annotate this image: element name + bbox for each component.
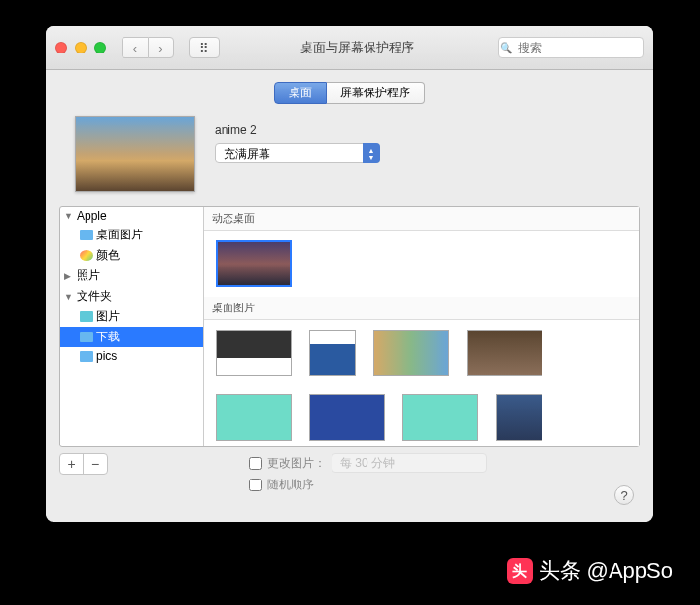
wallpaper-thumb[interactable] [496, 394, 542, 441]
watermark: 头 头条 @AppSo [508, 556, 673, 586]
wallpaper-thumb[interactable] [309, 330, 356, 376]
wallpaper-thumb[interactable] [216, 240, 292, 287]
search-icon: 🔍 [495, 42, 513, 54]
show-all-button[interactable]: ⠿ [189, 37, 220, 58]
window-title: 桌面与屏幕保护程序 [228, 39, 487, 56]
footer: + − 更改图片： 每 30 分钟 随机顺序 [59, 447, 640, 503]
back-button[interactable]: ‹ [122, 37, 148, 58]
fill-mode-select[interactable]: 充满屏幕 [215, 143, 380, 163]
change-picture-label: 更改图片： [267, 455, 326, 472]
minimize-button[interactable] [75, 42, 87, 53]
folder-icon [80, 332, 93, 342]
wallpaper-name: anime 2 [215, 124, 380, 137]
disclosure-triangle-icon: ▶ [64, 271, 74, 281]
remove-folder-button[interactable]: − [84, 454, 107, 474]
wallpaper-thumb[interactable] [216, 330, 292, 376]
help-button[interactable]: ? [614, 485, 634, 505]
current-wallpaper-preview [75, 116, 195, 192]
interval-select: 每 30 分钟 [332, 453, 487, 473]
forward-button[interactable]: › [148, 37, 174, 58]
tab-segment: 桌面 屏幕保护程序 [46, 70, 653, 116]
folder-icon [80, 230, 93, 240]
wallpaper-thumb[interactable] [402, 394, 478, 441]
nav-group: ‹ › [122, 37, 174, 58]
section-desktop-header: 桌面图片 [204, 297, 639, 320]
wallpaper-thumb[interactable] [216, 394, 292, 441]
sidebar-item-downloads[interactable]: 下载 [60, 327, 203, 347]
color-wheel-icon [80, 250, 93, 261]
wallpaper-thumb[interactable] [309, 394, 385, 441]
sidebar-item-colors[interactable]: 颜色 [60, 245, 203, 266]
close-button[interactable] [55, 42, 67, 53]
tab-desktop[interactable]: 桌面 [274, 82, 327, 104]
titlebar: ‹ › ⠿ 桌面与屏幕保护程序 🔍 [46, 26, 653, 70]
random-order-label: 随机顺序 [267, 477, 314, 493]
add-remove-group: + − [59, 453, 108, 475]
content-area: ▼ Apple 桌面图片 颜色 ▶ 照片 ▼ 文件夹 图片 [59, 206, 640, 447]
watermark-prefix: 头条 [539, 556, 581, 586]
disclosure-triangle-icon: ▼ [64, 211, 74, 221]
search-wrap: 🔍 [495, 37, 644, 58]
preview-area: anime 2 充满屏幕 ▲▼ [46, 116, 653, 206]
sidebar-item-photos[interactable]: ▶ 照片 [60, 266, 203, 286]
source-sidebar: ▼ Apple 桌面图片 颜色 ▶ 照片 ▼ 文件夹 图片 [60, 207, 204, 446]
traffic-lights [55, 42, 106, 53]
zoom-button[interactable] [94, 42, 106, 53]
sidebar-item-apple[interactable]: ▼ Apple [60, 207, 203, 225]
change-picture-checkbox[interactable] [249, 457, 262, 470]
search-input[interactable] [498, 37, 644, 58]
watermark-handle: @AppSo [587, 558, 673, 584]
wallpaper-thumb[interactable] [467, 330, 542, 376]
thumbnails-panel[interactable]: 动态桌面 桌面图片 [204, 207, 639, 446]
disclosure-triangle-icon: ▼ [64, 292, 74, 302]
folder-icon [80, 311, 93, 322]
preferences-window: ‹ › ⠿ 桌面与屏幕保护程序 🔍 桌面 屏幕保护程序 anime 2 充满屏幕… [46, 26, 653, 522]
sidebar-item-pics[interactable]: pics [60, 347, 203, 365]
sidebar-item-pictures[interactable]: 图片 [60, 306, 203, 327]
toutiao-logo-icon: 头 [508, 558, 533, 584]
sidebar-item-folders[interactable]: ▼ 文件夹 [60, 286, 203, 306]
wallpaper-thumb[interactable] [373, 330, 449, 376]
random-order-checkbox[interactable] [249, 479, 262, 491]
add-folder-button[interactable]: + [60, 454, 84, 474]
tab-screensaver[interactable]: 屏幕保护程序 [327, 82, 425, 104]
sidebar-item-desktop-pics[interactable]: 桌面图片 [60, 225, 203, 245]
section-dynamic-header: 动态桌面 [204, 207, 639, 231]
folder-icon [80, 351, 93, 362]
